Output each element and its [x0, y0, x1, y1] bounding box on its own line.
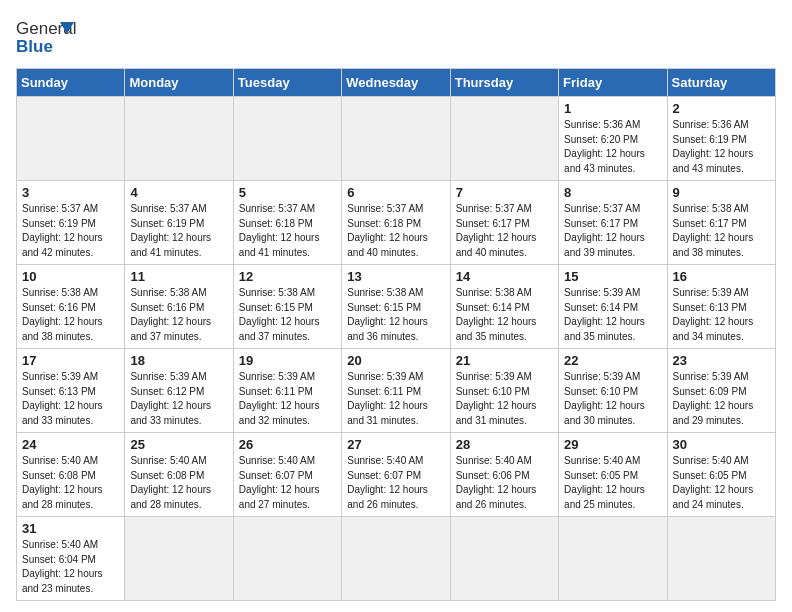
header-day-thursday: Thursday	[450, 69, 558, 97]
week-row-6: 31Sunrise: 5:40 AM Sunset: 6:04 PM Dayli…	[17, 517, 776, 601]
header-day-monday: Monday	[125, 69, 233, 97]
calendar-cell: 28Sunrise: 5:40 AM Sunset: 6:06 PM Dayli…	[450, 433, 558, 517]
week-row-3: 10Sunrise: 5:38 AM Sunset: 6:16 PM Dayli…	[17, 265, 776, 349]
day-number: 6	[347, 185, 444, 200]
day-info: Sunrise: 5:40 AM Sunset: 6:08 PM Dayligh…	[130, 454, 227, 512]
day-number: 4	[130, 185, 227, 200]
calendar-cell: 6Sunrise: 5:37 AM Sunset: 6:18 PM Daylig…	[342, 181, 450, 265]
calendar-header: SundayMondayTuesdayWednesdayThursdayFrid…	[17, 69, 776, 97]
day-info: Sunrise: 5:36 AM Sunset: 6:19 PM Dayligh…	[673, 118, 770, 176]
calendar-cell: 26Sunrise: 5:40 AM Sunset: 6:07 PM Dayli…	[233, 433, 341, 517]
calendar-cell: 3Sunrise: 5:37 AM Sunset: 6:19 PM Daylig…	[17, 181, 125, 265]
day-number: 16	[673, 269, 770, 284]
calendar-cell: 4Sunrise: 5:37 AM Sunset: 6:19 PM Daylig…	[125, 181, 233, 265]
day-number: 9	[673, 185, 770, 200]
day-info: Sunrise: 5:39 AM Sunset: 6:13 PM Dayligh…	[22, 370, 119, 428]
day-info: Sunrise: 5:37 AM Sunset: 6:19 PM Dayligh…	[22, 202, 119, 260]
day-number: 14	[456, 269, 553, 284]
calendar-cell: 9Sunrise: 5:38 AM Sunset: 6:17 PM Daylig…	[667, 181, 775, 265]
calendar-cell: 11Sunrise: 5:38 AM Sunset: 6:16 PM Dayli…	[125, 265, 233, 349]
calendar-cell: 29Sunrise: 5:40 AM Sunset: 6:05 PM Dayli…	[559, 433, 667, 517]
day-info: Sunrise: 5:40 AM Sunset: 6:08 PM Dayligh…	[22, 454, 119, 512]
day-number: 26	[239, 437, 336, 452]
day-number: 13	[347, 269, 444, 284]
day-number: 23	[673, 353, 770, 368]
day-number: 8	[564, 185, 661, 200]
calendar-cell: 19Sunrise: 5:39 AM Sunset: 6:11 PM Dayli…	[233, 349, 341, 433]
calendar-cell: 5Sunrise: 5:37 AM Sunset: 6:18 PM Daylig…	[233, 181, 341, 265]
day-number: 12	[239, 269, 336, 284]
calendar-cell: 12Sunrise: 5:38 AM Sunset: 6:15 PM Dayli…	[233, 265, 341, 349]
day-info: Sunrise: 5:37 AM Sunset: 6:18 PM Dayligh…	[347, 202, 444, 260]
calendar-cell	[233, 517, 341, 601]
logo: GeneralBlue	[16, 16, 76, 60]
day-info: Sunrise: 5:38 AM Sunset: 6:15 PM Dayligh…	[239, 286, 336, 344]
svg-text:Blue: Blue	[16, 37, 53, 56]
calendar-cell	[17, 97, 125, 181]
calendar-cell: 16Sunrise: 5:39 AM Sunset: 6:13 PM Dayli…	[667, 265, 775, 349]
calendar-cell	[450, 517, 558, 601]
header-row: SundayMondayTuesdayWednesdayThursdayFrid…	[17, 69, 776, 97]
calendar-cell	[342, 97, 450, 181]
week-row-1: 1Sunrise: 5:36 AM Sunset: 6:20 PM Daylig…	[17, 97, 776, 181]
calendar-cell: 15Sunrise: 5:39 AM Sunset: 6:14 PM Dayli…	[559, 265, 667, 349]
day-info: Sunrise: 5:40 AM Sunset: 6:05 PM Dayligh…	[673, 454, 770, 512]
day-number: 28	[456, 437, 553, 452]
day-info: Sunrise: 5:39 AM Sunset: 6:10 PM Dayligh…	[456, 370, 553, 428]
week-row-2: 3Sunrise: 5:37 AM Sunset: 6:19 PM Daylig…	[17, 181, 776, 265]
day-info: Sunrise: 5:37 AM Sunset: 6:18 PM Dayligh…	[239, 202, 336, 260]
calendar-cell: 2Sunrise: 5:36 AM Sunset: 6:19 PM Daylig…	[667, 97, 775, 181]
calendar-cell: 27Sunrise: 5:40 AM Sunset: 6:07 PM Dayli…	[342, 433, 450, 517]
week-row-5: 24Sunrise: 5:40 AM Sunset: 6:08 PM Dayli…	[17, 433, 776, 517]
day-number: 25	[130, 437, 227, 452]
calendar-cell	[559, 517, 667, 601]
day-number: 30	[673, 437, 770, 452]
day-info: Sunrise: 5:39 AM Sunset: 6:14 PM Dayligh…	[564, 286, 661, 344]
calendar-cell	[342, 517, 450, 601]
calendar-cell: 13Sunrise: 5:38 AM Sunset: 6:15 PM Dayli…	[342, 265, 450, 349]
day-info: Sunrise: 5:39 AM Sunset: 6:12 PM Dayligh…	[130, 370, 227, 428]
calendar-cell: 23Sunrise: 5:39 AM Sunset: 6:09 PM Dayli…	[667, 349, 775, 433]
day-info: Sunrise: 5:38 AM Sunset: 6:16 PM Dayligh…	[130, 286, 227, 344]
day-number: 2	[673, 101, 770, 116]
day-info: Sunrise: 5:39 AM Sunset: 6:11 PM Dayligh…	[347, 370, 444, 428]
calendar-cell: 7Sunrise: 5:37 AM Sunset: 6:17 PM Daylig…	[450, 181, 558, 265]
calendar-cell: 18Sunrise: 5:39 AM Sunset: 6:12 PM Dayli…	[125, 349, 233, 433]
day-info: Sunrise: 5:39 AM Sunset: 6:11 PM Dayligh…	[239, 370, 336, 428]
header-day-tuesday: Tuesday	[233, 69, 341, 97]
calendar-cell: 14Sunrise: 5:38 AM Sunset: 6:14 PM Dayli…	[450, 265, 558, 349]
page-header: GeneralBlue	[16, 16, 776, 60]
day-number: 3	[22, 185, 119, 200]
week-row-4: 17Sunrise: 5:39 AM Sunset: 6:13 PM Dayli…	[17, 349, 776, 433]
day-number: 18	[130, 353, 227, 368]
calendar-cell	[450, 97, 558, 181]
calendar-cell: 17Sunrise: 5:39 AM Sunset: 6:13 PM Dayli…	[17, 349, 125, 433]
header-day-saturday: Saturday	[667, 69, 775, 97]
calendar-cell: 1Sunrise: 5:36 AM Sunset: 6:20 PM Daylig…	[559, 97, 667, 181]
day-number: 22	[564, 353, 661, 368]
calendar-cell: 8Sunrise: 5:37 AM Sunset: 6:17 PM Daylig…	[559, 181, 667, 265]
day-number: 7	[456, 185, 553, 200]
calendar-cell: 20Sunrise: 5:39 AM Sunset: 6:11 PM Dayli…	[342, 349, 450, 433]
day-number: 24	[22, 437, 119, 452]
day-info: Sunrise: 5:40 AM Sunset: 6:06 PM Dayligh…	[456, 454, 553, 512]
calendar-cell: 25Sunrise: 5:40 AM Sunset: 6:08 PM Dayli…	[125, 433, 233, 517]
calendar-body: 1Sunrise: 5:36 AM Sunset: 6:20 PM Daylig…	[17, 97, 776, 601]
day-info: Sunrise: 5:38 AM Sunset: 6:17 PM Dayligh…	[673, 202, 770, 260]
calendar-table: SundayMondayTuesdayWednesdayThursdayFrid…	[16, 68, 776, 601]
day-number: 27	[347, 437, 444, 452]
header-day-wednesday: Wednesday	[342, 69, 450, 97]
day-number: 29	[564, 437, 661, 452]
day-number: 5	[239, 185, 336, 200]
day-number: 19	[239, 353, 336, 368]
day-info: Sunrise: 5:40 AM Sunset: 6:07 PM Dayligh…	[347, 454, 444, 512]
day-info: Sunrise: 5:38 AM Sunset: 6:15 PM Dayligh…	[347, 286, 444, 344]
day-number: 20	[347, 353, 444, 368]
day-info: Sunrise: 5:37 AM Sunset: 6:17 PM Dayligh…	[456, 202, 553, 260]
day-info: Sunrise: 5:37 AM Sunset: 6:19 PM Dayligh…	[130, 202, 227, 260]
calendar-cell: 21Sunrise: 5:39 AM Sunset: 6:10 PM Dayli…	[450, 349, 558, 433]
calendar-cell: 30Sunrise: 5:40 AM Sunset: 6:05 PM Dayli…	[667, 433, 775, 517]
day-info: Sunrise: 5:39 AM Sunset: 6:13 PM Dayligh…	[673, 286, 770, 344]
day-info: Sunrise: 5:40 AM Sunset: 6:04 PM Dayligh…	[22, 538, 119, 596]
calendar-cell	[125, 97, 233, 181]
